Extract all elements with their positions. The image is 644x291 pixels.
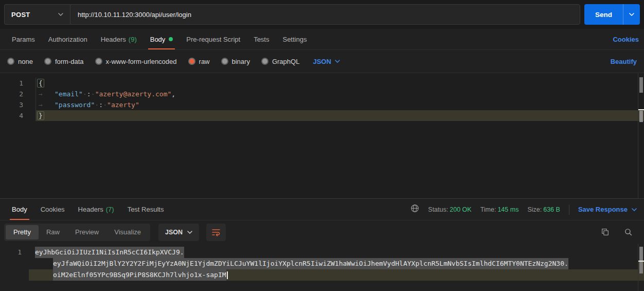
status-badge: Status:200 OK	[428, 206, 471, 213]
send-button-group: Send	[584, 4, 640, 25]
scrollbar-thumb[interactable]	[639, 247, 643, 273]
response-scrollbar[interactable]	[638, 244, 644, 291]
method-label: POST	[11, 11, 30, 19]
radio-raw[interactable]: raw	[188, 58, 210, 65]
json-key: "email"	[55, 90, 83, 98]
response-tabs: Body Cookies Headers(7) Test Results Sta…	[0, 199, 644, 220]
unsaved-changes-dot	[169, 37, 173, 41]
response-headers-count: (7)	[106, 206, 114, 213]
network-globe-icon[interactable]	[410, 204, 419, 215]
size-badge: Size:636 B	[527, 206, 560, 213]
jwt-token-part-1: eyJhbGciOiJIUzI1NiIsInR5cCI6IkpXVCJ9.	[35, 247, 184, 258]
save-response-button[interactable]: Save Response	[578, 206, 639, 213]
radio-icon	[7, 58, 14, 65]
radio-none[interactable]: none	[7, 58, 33, 65]
open-brace: {	[37, 79, 44, 88]
code-line-2: 2 →"email"·:·"azerty@azerty.com",	[0, 89, 644, 99]
response-tab-headers[interactable]: Headers(7)	[74, 199, 118, 220]
response-tab-test-results[interactable]: Test Results	[123, 199, 168, 220]
copy-button[interactable]	[601, 228, 610, 236]
radio-icon	[44, 58, 51, 65]
search-icon	[624, 228, 633, 236]
time-badge: Time:145 ms	[480, 206, 519, 213]
response-section: Body Cookies Headers(7) Test Results Sta…	[0, 198, 644, 291]
jwt-token-part-2: eyJfaWQiOiI2MjBlY2Y2Y2FiMjEyYzA0NjE1Yjdm…	[53, 258, 568, 269]
response-language-select[interactable]: JSON	[158, 224, 199, 241]
json-key: "password"	[55, 101, 95, 109]
url-input[interactable]: http://10.10.11.120:3000/api/user/login	[70, 4, 580, 25]
line-number: 3	[0, 99, 36, 110]
radio-icon	[261, 58, 269, 65]
space-glyph: ·	[83, 89, 87, 99]
response-body-viewer[interactable]: 1 eyJhbGciOiJIUzI1NiIsInR5cCI6IkpXVCJ9. …	[0, 244, 644, 291]
method-select[interactable]: POST	[4, 4, 70, 25]
radio-binary[interactable]: binary	[221, 58, 250, 65]
response-toolbar: Pretty Raw Preview Visualize JSON	[0, 220, 644, 244]
chevron-down-icon	[58, 13, 63, 16]
send-button[interactable]: Send	[584, 4, 623, 25]
tab-authorization[interactable]: Authorization	[44, 29, 92, 49]
tab-settings[interactable]: Settings	[278, 29, 311, 49]
request-bar: POST http://10.10.11.120:3000/api/user/l…	[0, 0, 644, 29]
line-number: 2	[0, 89, 36, 99]
response-line-1-wrap-3: oiM2eElnf05YPc9BSq9PiP8S8KCJh7lvhjo1x-sa…	[0, 269, 644, 281]
request-body-editor[interactable]: 1 { 2 →"email"·:·"azerty@azerty.com", 3 …	[0, 73, 644, 198]
code-line-3: 3 →"password"·:·"azerty"	[0, 99, 644, 110]
chevron-down-icon	[187, 231, 192, 234]
view-pretty[interactable]: Pretty	[6, 225, 39, 239]
chevron-down-icon	[632, 208, 637, 211]
chevron-down-icon	[629, 13, 634, 16]
jwt-token-part-3: oiM2eElnf05YPc9BSq9PiP8S8KCJh7lvhjo1x-sa…	[53, 269, 226, 281]
text-cursor	[227, 271, 228, 279]
tab-body[interactable]: Body	[146, 29, 177, 49]
time-value: 145 ms	[497, 206, 518, 213]
beautify-link[interactable]: Beautify	[611, 58, 637, 65]
response-line-1: 1 eyJhbGciOiJIUzI1NiIsInR5cCI6IkpXVCJ9.	[0, 247, 644, 258]
view-preview[interactable]: Preview	[67, 225, 106, 239]
tab-pre-request-script[interactable]: Pre-request Script	[182, 29, 244, 49]
response-line-1-wrap-2: eyJfaWQiOiI2MjBlY2Y2Y2FiMjEyYzA0NjE1Yjdm…	[0, 258, 644, 269]
tab-tests[interactable]: Tests	[249, 29, 273, 49]
space-glyph: ·	[91, 89, 95, 99]
radio-icon	[221, 58, 228, 65]
tab-whitespace-glyph: →	[39, 99, 55, 110]
response-tab-cookies[interactable]: Cookies	[37, 199, 69, 220]
radio-x-www-form-urlencoded[interactable]: x-www-form-urlencoded	[95, 58, 177, 65]
tab-headers[interactable]: Headers(9)	[97, 29, 141, 49]
url-text: http://10.10.11.120:3000/api/user/login	[78, 11, 191, 19]
wrap-text-button[interactable]	[206, 224, 226, 241]
cursor-position-marker	[638, 261, 644, 262]
copy-icon	[601, 228, 610, 236]
view-raw[interactable]: Raw	[39, 225, 67, 239]
radio-form-data[interactable]: form-data	[44, 58, 84, 65]
status-value: 200 OK	[450, 206, 471, 213]
overview-ruler-marker	[639, 111, 643, 122]
code-line-4-current: 4 }	[0, 110, 644, 121]
scrollbar-thumb[interactable]	[639, 77, 643, 93]
view-visualize[interactable]: Visualize	[106, 225, 149, 239]
view-switcher: Pretty Raw Preview Visualize	[4, 224, 150, 241]
line-number: 4	[0, 110, 36, 121]
search-button[interactable]	[624, 228, 633, 236]
editor-scrollbar[interactable]	[638, 73, 644, 198]
tab-params[interactable]: Params	[8, 29, 39, 49]
radio-icon	[95, 58, 102, 65]
request-tabs: Params Authorization Headers(9) Body Pre…	[0, 29, 644, 50]
radio-graphql[interactable]: GraphQL	[261, 58, 299, 65]
space-glyph: ·	[103, 99, 107, 110]
line-number: 1	[0, 247, 29, 258]
cookies-link[interactable]: Cookies	[613, 36, 639, 43]
line-number: 1	[0, 78, 36, 89]
response-tab-body[interactable]: Body	[8, 199, 31, 220]
code-line-1: 1 {	[0, 78, 644, 89]
chevron-down-icon	[335, 60, 340, 63]
send-options-button[interactable]	[623, 4, 640, 25]
tab-whitespace-glyph: →	[39, 89, 55, 99]
response-tool-icons	[601, 228, 640, 236]
raw-language-select[interactable]: JSON	[313, 58, 339, 65]
json-value: "azerty"	[107, 101, 139, 109]
wrap-text-icon	[211, 228, 221, 237]
response-meta: Status:200 OK Time:145 ms Size:636 B Sav…	[410, 199, 639, 220]
size-value: 636 B	[543, 206, 560, 213]
cursor-position-marker	[638, 109, 644, 110]
